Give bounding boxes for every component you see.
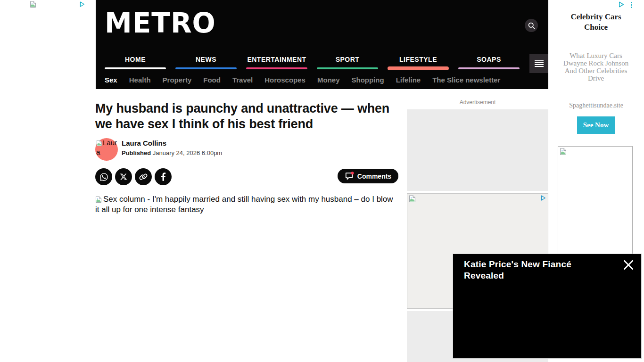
- share-row: Comments: [95, 168, 400, 185]
- facebook-icon: [161, 173, 166, 181]
- right-ad-image-placeholder[interactable]: [558, 146, 633, 255]
- broken-image-icon: [96, 140, 102, 146]
- tab-underline: [388, 66, 449, 70]
- avatar-broken-alt: Laura: [96, 138, 120, 157]
- right-ad-title[interactable]: Celebrity Cars Choice: [561, 12, 631, 33]
- page-title: My husband is paunchy and unattractive —…: [95, 101, 400, 132]
- whatsapp-icon: [99, 173, 108, 181]
- tab-label: SOAPS: [458, 56, 520, 66]
- adchoices-icon[interactable]: [618, 1, 625, 10]
- ad-placeholder-top: [407, 109, 548, 191]
- metro-logo[interactable]: METRO: [105, 8, 216, 38]
- subnav-item-horoscopes[interactable]: Horoscopes: [264, 76, 305, 84]
- tab-label: NEWS: [175, 56, 237, 66]
- subnav-item-travel[interactable]: Travel: [232, 76, 253, 84]
- right-ad-body[interactable]: What Luxury Cars Dwayne Rock Johnson And…: [561, 52, 631, 82]
- share-whatsapp-button[interactable]: [95, 168, 112, 185]
- broken-image-icon: [30, 1, 36, 9]
- close-button[interactable]: [621, 258, 636, 272]
- tab-underline: [317, 67, 378, 69]
- subnav-item-sex[interactable]: Sex: [105, 76, 117, 84]
- tab-underline: [246, 67, 307, 69]
- subnav: SexHealthPropertyFoodTravelHoroscopesMon…: [105, 76, 500, 84]
- left-ad-rail: [0, 0, 96, 362]
- tab-underline: [105, 67, 166, 69]
- comments-button[interactable]: Comments: [338, 169, 398, 183]
- tab-news[interactable]: NEWS: [175, 56, 237, 70]
- byline: Laura Laura Collins Published January 24…: [95, 138, 400, 161]
- tab-underline: [458, 67, 520, 69]
- article: My husband is paunchy and unattractive —…: [95, 101, 400, 215]
- article-image-broken-alt: Sex column - I'm happily married and sti…: [95, 194, 394, 215]
- share-x-button[interactable]: [115, 168, 132, 185]
- broken-image-icon: [560, 148, 567, 157]
- tab-sport[interactable]: SPORT: [317, 56, 378, 70]
- tab-lifestyle[interactable]: LIFESTYLE: [388, 56, 449, 70]
- broken-image-icon: [95, 196, 102, 203]
- link-icon: [139, 173, 148, 181]
- share-facebook-button[interactable]: [155, 168, 172, 185]
- site-header: METRO HOMENEWSENTERTAINMENTSPORTLIFESTYL…: [96, 0, 548, 89]
- see-now-button[interactable]: See Now: [577, 116, 615, 134]
- subnav-item-food[interactable]: Food: [203, 76, 221, 84]
- video-overlay[interactable]: Katie Price's New Fiancé Revealed: [453, 254, 642, 359]
- x-icon: [120, 173, 127, 181]
- advertisement-label: Advertisement: [407, 99, 548, 109]
- tab-label: HOME: [105, 56, 166, 66]
- subnav-item-health[interactable]: Health: [129, 76, 151, 84]
- overlay-title: Katie Price's New Fiancé Revealed: [464, 259, 610, 281]
- subnav-item-shopping[interactable]: Shopping: [351, 76, 384, 84]
- author-name[interactable]: Laura Collins: [122, 139, 400, 147]
- nav-tabs: HOMENEWSENTERTAINMENTSPORTLIFESTYLESOAPS: [105, 56, 520, 70]
- published-line: Published January 24, 2026 6:00pm: [122, 149, 400, 156]
- adchoices-icon[interactable]: [79, 1, 85, 9]
- tab-label: ENTERTAINMENT: [246, 56, 307, 66]
- tab-home[interactable]: HOME: [105, 56, 166, 70]
- tab-label: LIFESTYLE: [388, 56, 449, 66]
- tab-label: SPORT: [317, 56, 378, 66]
- right-ad-site: Spaghettisundae.site: [548, 102, 644, 109]
- adchoices-icon[interactable]: [540, 195, 546, 203]
- close-icon: [622, 259, 635, 271]
- tab-soaps[interactable]: SOAPS: [458, 56, 520, 70]
- subnav-item-money[interactable]: Money: [317, 76, 340, 84]
- kebab-menu-icon[interactable]: [628, 1, 635, 8]
- menu-button[interactable]: [529, 54, 548, 73]
- subnav-item-the-slice-newsletter[interactable]: The Slice newsletter: [432, 76, 500, 84]
- tab-entertainment[interactable]: ENTERTAINMENT: [246, 56, 307, 70]
- comments-icon: [345, 172, 354, 181]
- hamburger-icon: [535, 60, 544, 61]
- search-icon: [528, 22, 536, 30]
- share-link-button[interactable]: [135, 168, 152, 185]
- tab-underline: [175, 67, 237, 69]
- broken-image-icon: [409, 195, 416, 204]
- subnav-item-lifeline[interactable]: Lifeline: [396, 76, 421, 84]
- search-button[interactable]: [525, 19, 538, 32]
- subnav-item-property[interactable]: Property: [163, 76, 192, 84]
